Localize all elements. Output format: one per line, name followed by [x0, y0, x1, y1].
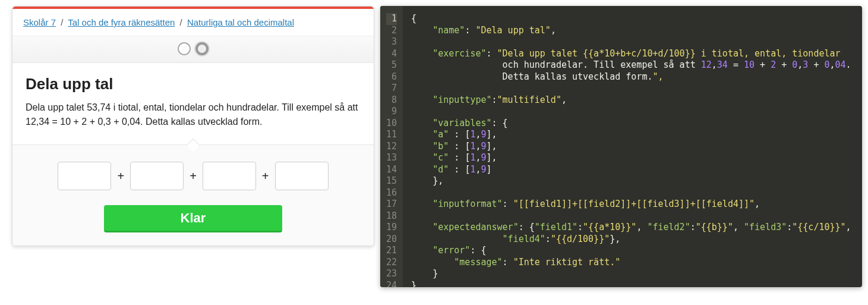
progress-dot[interactable]: [178, 42, 191, 55]
code-content[interactable]: { "name": "Dela upp tal", "exercise": "D…: [403, 6, 862, 287]
exercise-content: Dela upp tal Dela upp talet 53,74 i tiot…: [12, 63, 374, 144]
breadcrumb-link-3[interactable]: Naturliga tal och decimaltal: [187, 17, 294, 27]
field4-input[interactable]: [275, 162, 329, 190]
line-gutter: 123456789101112131415161718192021222324: [380, 6, 403, 287]
field1-input[interactable]: [58, 162, 111, 190]
done-button[interactable]: Klar: [104, 205, 282, 232]
exercise-card: Skolår 7 / Tal och de fyra räknesätten /…: [12, 6, 374, 246]
plus-sign: +: [117, 169, 124, 183]
answer-area: + + + Klar: [12, 144, 374, 246]
exercise-panel: Skolår 7 / Tal och de fyra räknesätten /…: [0, 0, 380, 305]
plus-sign: +: [262, 169, 269, 183]
plus-sign: +: [190, 169, 197, 183]
progress-indicator: [12, 36, 374, 63]
progress-dot-active[interactable]: [195, 42, 209, 55]
breadcrumb-sep: /: [61, 17, 63, 27]
field3-input[interactable]: [203, 162, 256, 190]
exercise-title: Dela upp tal: [26, 75, 361, 93]
breadcrumb-link-1[interactable]: Skolår 7: [23, 17, 56, 27]
answer-fields: + + +: [26, 162, 361, 190]
breadcrumb-sep: /: [180, 17, 182, 27]
breadcrumb: Skolår 7 / Tal och de fyra räknesätten /…: [12, 9, 374, 36]
field2-input[interactable]: [130, 162, 184, 190]
code-editor[interactable]: 123456789101112131415161718192021222324 …: [380, 6, 862, 287]
exercise-description: Dela upp talet 53,74 i tiotal, ental, ti…: [26, 100, 361, 129]
breadcrumb-link-2[interactable]: Tal och de fyra räknesätten: [68, 17, 175, 27]
